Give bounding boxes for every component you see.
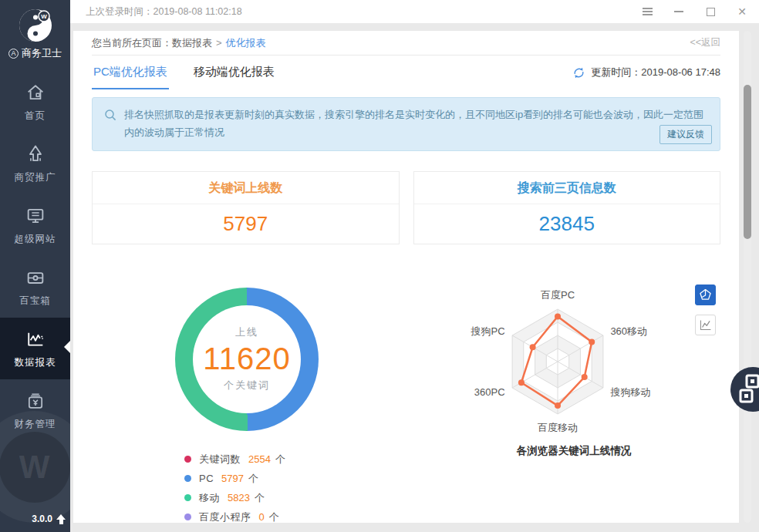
stat-card-title: 关键词上线数: [93, 172, 399, 204]
sidebar-item-reports[interactable]: 数据报表: [0, 318, 70, 379]
sidebar-item-label: 商贸推广: [15, 171, 56, 184]
donut-chart: 上线 11620 个关键词: [175, 288, 319, 431]
svg-text:W: W: [41, 13, 47, 20]
website-icon: [25, 205, 46, 227]
content-panel: 您当前所在页面： 数据报表 > 优化报表 <<返回 PC端优化报表 移动端优化报…: [73, 31, 739, 523]
donut-legend: 关键词数 2554 个 PC 5797 个 移动 5823 个: [184, 453, 285, 524]
qr-code-icon: [730, 367, 759, 412]
svg-text:搜狗移动: 搜狗移动: [609, 386, 650, 398]
tabs-bar: PC端优化报表 移动端优化报表 更新时间：2019-08-06 17:48: [92, 56, 720, 89]
scrollbar-track: [744, 31, 751, 523]
qr-float-widget[interactable]: [730, 367, 759, 412]
sidebar-item-toolbox[interactable]: 百宝箱: [0, 256, 70, 318]
update-arrow-icon[interactable]: [56, 514, 66, 524]
update-time-text: 更新时间：2019-08-06 17:48: [591, 66, 720, 79]
window-controls: ✕: [642, 6, 759, 17]
breadcrumb-parent: 数据报表: [172, 36, 212, 50]
sidebar-item-label: 超级网站: [15, 233, 56, 246]
legend-dot-icon: [184, 475, 191, 482]
close-button[interactable]: ✕: [737, 6, 747, 17]
breadcrumb-prefix: 您当前所在页面：: [92, 36, 172, 50]
notice-text: 排名快照抓取的是报表更新时刻的真实数据，搜索引擎的排名是实时变化的，且不同地区i…: [124, 106, 709, 142]
breadcrumb-separator: >: [216, 37, 222, 49]
sidebar-item-label: 数据报表: [15, 356, 56, 369]
donut-center-value: 11620: [203, 342, 290, 376]
line-view-button[interactable]: [695, 315, 716, 335]
stat-card-value: 23845: [414, 204, 720, 244]
svg-text:搜狗PC: 搜狗PC: [471, 325, 505, 337]
chart-toolbox: [695, 285, 716, 335]
radar-caption: 各浏览器关键词上线情况: [454, 444, 693, 458]
main-area: 您当前所在页面： 数据报表 > 优化报表 <<返回 PC端优化报表 移动端优化报…: [70, 23, 759, 532]
sidebar-nav: 首页 商贸推广 超级网站 百宝箱: [0, 71, 70, 441]
svg-text:百度PC: 百度PC: [541, 289, 575, 301]
search-icon: [104, 109, 117, 122]
promotion-icon: [25, 143, 46, 165]
legend-item-keywords[interactable]: 关键词数 2554 个: [184, 453, 285, 466]
stat-cards: 关键词上线数 5797 搜索前三页信息数 23845: [92, 171, 720, 244]
radar-view-button[interactable]: [695, 285, 716, 305]
legend-item-mobile[interactable]: 移动 5823 个: [184, 491, 285, 505]
brand-badge-icon: A: [8, 49, 19, 59]
svg-text:百度移动: 百度移动: [538, 422, 578, 433]
donut-center-bottom-label: 个关键词: [224, 379, 270, 392]
tab-pc-report[interactable]: PC端优化报表: [92, 56, 169, 89]
breadcrumb: 您当前所在页面： 数据报表 > 优化报表 <<返回: [92, 31, 720, 56]
legend-dot-icon: [184, 513, 191, 520]
version-text: 3.0.0: [32, 513, 52, 524]
app-logo-icon: W: [18, 8, 53, 43]
maximize-button[interactable]: [705, 6, 716, 17]
legend-item-pc[interactable]: PC 5797 个: [184, 472, 285, 486]
toolbox-icon: [25, 267, 46, 288]
sidebar-item-home[interactable]: 首页: [0, 71, 70, 133]
tab-mobile-report[interactable]: 移动端优化报表: [192, 56, 276, 89]
stat-card-top3-pages: 搜索前三页信息数 23845: [413, 171, 721, 244]
titlebar: 上次登录时间：2019-08-08 11:02:18 ✕: [70, 0, 759, 23]
sidebar: W A 商务卫士 首页 商贸推广 超级网站: [0, 0, 70, 532]
update-time-area: 更新时间：2019-08-06 17:48: [572, 56, 720, 89]
back-link[interactable]: <<返回: [690, 36, 720, 49]
stat-card-title: 搜索前三页信息数: [414, 172, 720, 204]
stat-card-keywords-online: 关键词上线数 5797: [92, 171, 400, 244]
legend-item-baidu-miniapp[interactable]: 百度小程序 0 个: [184, 510, 285, 524]
sidebar-item-website[interactable]: 超级网站: [0, 194, 70, 256]
minimize-button[interactable]: [673, 6, 684, 17]
report-icon: [25, 328, 46, 350]
svg-text:360移动: 360移动: [610, 325, 647, 337]
menu-icon[interactable]: [642, 6, 653, 17]
legend-dot-icon: [184, 456, 191, 463]
app-name: 商务卫士: [22, 46, 62, 60]
sidebar-item-promotion[interactable]: 商贸推广: [0, 133, 70, 194]
breadcrumb-current[interactable]: 优化报表: [226, 36, 266, 50]
sidebar-item-label: 首页: [25, 109, 46, 123]
finance-icon: [25, 390, 46, 412]
stat-card-value: 5797: [93, 204, 399, 244]
donut-center-top-label: 上线: [235, 325, 258, 339]
radar-chart: 百度PC360移动搜狗移动百度移动360PC搜狗PC: [454, 280, 717, 465]
legend-dot-icon: [184, 494, 191, 501]
sidebar-item-label: 百宝箱: [19, 295, 51, 308]
svg-text:360PC: 360PC: [474, 386, 505, 398]
notice-banner: 排名快照抓取的是报表更新时刻的真实数据，搜索引擎的排名是实时变化的，且不同地区i…: [92, 97, 720, 151]
charts-area: 上线 11620 个关键词 关键词数 2554 个 PC 5797 个: [92, 280, 720, 524]
last-login-text: 上次登录时间：2019-08-08 11:02:18: [86, 5, 242, 19]
feedback-button[interactable]: 建议反馈: [659, 125, 712, 144]
version-area: 3.0.0: [32, 513, 66, 524]
watermark-logo: W: [0, 411, 70, 523]
home-icon: [25, 82, 46, 103]
scrollbar-thumb[interactable]: [744, 85, 751, 239]
refresh-icon[interactable]: [572, 66, 585, 79]
